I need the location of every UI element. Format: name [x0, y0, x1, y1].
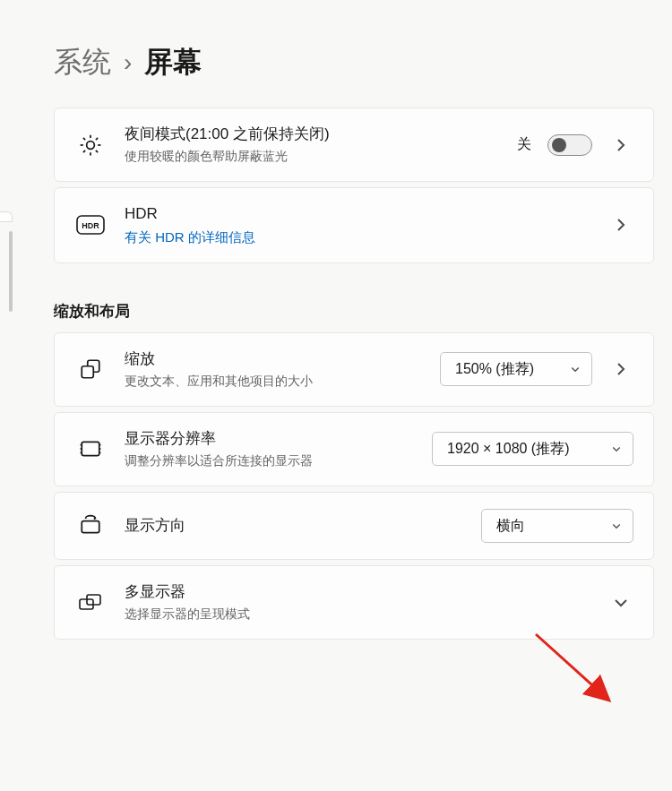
night-light-title: 夜间模式(21:00 之前保持关闭) — [125, 125, 499, 143]
orientation-icon — [74, 514, 107, 537]
svg-rect-12 — [82, 443, 99, 456]
chevron-down-icon — [570, 364, 581, 374]
chevron-right-icon[interactable] — [608, 362, 633, 376]
scale-subtitle: 更改文本、应用和其他项目的大小 — [125, 374, 422, 390]
breadcrumb-parent[interactable]: 系统 — [54, 43, 111, 82]
resolution-row[interactable]: 显示器分辨率 调整分辨率以适合所连接的显示器 1920 × 1080 (推荐) — [54, 412, 654, 486]
night-light-toggle[interactable] — [547, 134, 592, 156]
scale-icon — [74, 357, 107, 381]
chevron-down-icon — [611, 443, 622, 454]
resolution-dropdown-value: 1920 × 1080 (推荐) — [447, 440, 570, 459]
hdr-row[interactable]: HDR HDR 有关 HDR 的详细信息 — [54, 187, 654, 262]
chevron-down-icon — [611, 520, 622, 531]
multi-display-row[interactable]: 多显示器 选择显示器的呈现模式 — [54, 565, 654, 640]
svg-line-8 — [96, 138, 98, 140]
svg-line-6 — [96, 150, 98, 151]
multi-display-title: 多显示器 — [125, 582, 590, 601]
night-light-subtitle: 使用较暖的颜色帮助屏蔽蓝光 — [125, 149, 499, 165]
hdr-more-info-link[interactable]: 有关 HDR 的详细信息 — [125, 229, 590, 246]
night-light-row[interactable]: 夜间模式(21:00 之前保持关闭) 使用较暖的颜色帮助屏蔽蓝光 关 — [54, 107, 654, 182]
orientation-dropdown-value: 横向 — [496, 517, 525, 536]
resolution-icon — [74, 437, 107, 460]
multi-display-icon — [74, 592, 107, 614]
scale-dropdown-value: 150% (推荐) — [455, 360, 534, 379]
breadcrumb-current: 屏幕 — [144, 43, 202, 82]
svg-rect-11 — [82, 366, 93, 378]
resolution-title: 显示器分辨率 — [125, 429, 414, 448]
hdr-title: HDR — [125, 204, 590, 223]
night-light-state-label: 关 — [517, 135, 531, 154]
sun-icon — [74, 133, 107, 157]
chevron-right-icon[interactable] — [608, 138, 633, 152]
orientation-dropdown[interactable]: 横向 — [481, 509, 633, 543]
chevron-down-icon[interactable] — [608, 596, 633, 610]
svg-text:HDR: HDR — [82, 221, 99, 230]
chevron-right-icon[interactable] — [608, 218, 633, 232]
svg-rect-19 — [82, 521, 99, 533]
breadcrumb: 系统 › 屏幕 — [54, 43, 654, 82]
resolution-subtitle: 调整分辨率以适合所连接的显示器 — [125, 453, 414, 469]
left-scroll-hint — [0, 211, 13, 319]
svg-line-5 — [83, 138, 85, 140]
scale-dropdown[interactable]: 150% (推荐) — [440, 352, 592, 386]
orientation-title: 显示方向 — [125, 516, 463, 535]
hdr-icon: HDR — [74, 215, 107, 235]
resolution-dropdown[interactable]: 1920 × 1080 (推荐) — [432, 432, 633, 466]
svg-line-7 — [83, 150, 85, 151]
orientation-row[interactable]: 显示方向 横向 — [54, 492, 654, 560]
scale-row[interactable]: 缩放 更改文本、应用和其他项目的大小 150% (推荐) — [54, 332, 654, 407]
multi-display-subtitle: 选择显示器的呈现模式 — [125, 606, 590, 623]
section-scale-layout: 缩放和布局 — [54, 301, 654, 322]
chevron-right-icon: › — [124, 48, 132, 77]
scale-title: 缩放 — [125, 349, 422, 368]
svg-point-0 — [87, 141, 95, 149]
